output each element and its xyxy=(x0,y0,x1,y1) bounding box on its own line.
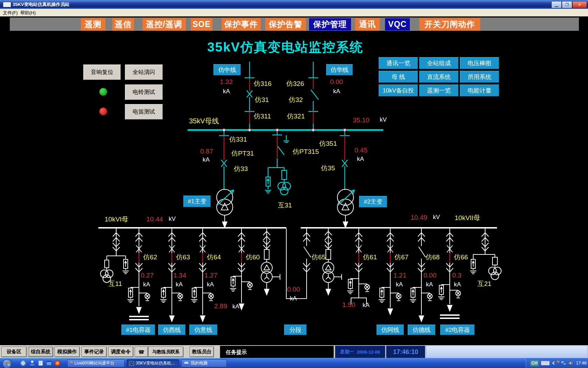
system-tray: CH ❞ 17:46 xyxy=(526,358,588,368)
task-hint-label: 任务提示 xyxy=(226,349,247,355)
t1-unit: kA xyxy=(203,157,210,163)
bus-tie-button[interactable]: 分段 xyxy=(284,325,307,335)
line-xi-button[interactable]: 仿西线 xyxy=(158,325,186,335)
feeder-61-unit: kA xyxy=(363,302,370,308)
phone-icon[interactable]: ☎ xyxy=(135,347,148,357)
quicklaunch-document-icon[interactable] xyxy=(37,360,44,367)
feeder-68-unit: kA xyxy=(426,281,433,287)
quicklaunch-browser-icon[interactable] xyxy=(20,360,27,367)
line-hua-button[interactable]: 仿华线 xyxy=(326,64,353,75)
switch-351-label[interactable]: 仿351 xyxy=(319,140,337,147)
transformer1-button[interactable]: #1主变 xyxy=(183,196,211,207)
feeder-66-label[interactable]: 仿66 xyxy=(454,254,468,260)
date-panel: 星期一 2008-12-08 xyxy=(335,346,385,358)
transformer2-button[interactable]: #2主变 xyxy=(359,196,387,207)
feeder-63-unit: kA xyxy=(176,281,183,287)
pt-hu31-label: 互31 xyxy=(278,202,292,209)
bus10b-voltage: 10.49 xyxy=(411,214,427,221)
switch-321-label[interactable]: 仿321 xyxy=(287,113,305,120)
bus10b-unit: kV xyxy=(433,214,440,220)
pt315-switch-label[interactable]: 仿PT315 xyxy=(293,148,319,155)
switch-331-label[interactable]: 仿331 xyxy=(229,136,247,143)
feeder-62-unit: kA xyxy=(143,281,150,287)
feeder-61-label[interactable]: 仿61 xyxy=(363,254,377,260)
cap1-button[interactable]: #1电容器 xyxy=(121,325,155,335)
contact-trainer-button[interactable]: 与教练员联系 xyxy=(148,347,183,357)
quicklaunch-messenger-icon[interactable] xyxy=(29,360,36,367)
live800-tray-icon[interactable]: ❞ xyxy=(556,360,560,366)
feeder-68-current: 0.00 xyxy=(424,272,436,279)
feeder-64-current: 1.27 xyxy=(204,272,217,279)
t2-current: 0.45 xyxy=(355,147,368,154)
breaker-316-label[interactable]: 仿316 xyxy=(254,80,272,87)
quicklaunch-browser-red-icon[interactable] xyxy=(54,360,61,367)
breaker-33-label[interactable]: 仿33 xyxy=(234,165,248,172)
device-area-button[interactable]: 设备区 xyxy=(1,347,27,357)
task-hint-panel: 任务提示 xyxy=(220,346,334,358)
line-zhong-current: 1.32 xyxy=(220,79,233,85)
quicklaunch-appwindow-icon[interactable] xyxy=(46,360,52,367)
clock-label: 17:46:10 xyxy=(393,348,418,356)
feeder-64-unit: kA xyxy=(207,281,214,287)
line-zhong-button[interactable]: 仿中线 xyxy=(214,64,241,75)
feeder-68-label[interactable]: 仿68 xyxy=(426,254,440,260)
t1-current: 0.87 xyxy=(200,148,213,155)
weekday-label: 星期一 xyxy=(340,349,354,355)
task-my-computer[interactable]: 我的电脑 xyxy=(181,359,227,367)
feeder-65-label[interactable]: 仿65 xyxy=(312,254,326,260)
volume-icon[interactable] xyxy=(568,360,574,366)
sim-app-icon xyxy=(129,361,134,366)
event-record-button[interactable]: 事件记录 xyxy=(82,347,107,357)
feeder-63-current: 1.34 xyxy=(173,272,186,279)
task-substation-sim[interactable]: 35KV变电站仿真机... xyxy=(127,359,179,367)
start-button[interactable] xyxy=(2,359,12,368)
pt31-switch-label[interactable]: 仿PT31 xyxy=(231,150,254,157)
date-label: 2008-12-08 xyxy=(357,349,380,355)
bus35-unit: kV xyxy=(380,117,387,123)
feeder-65-current: 0.00 xyxy=(287,286,300,293)
cap2-button[interactable]: #2电容器 xyxy=(440,325,475,335)
bus10a-label: 10kVI母 xyxy=(105,216,128,223)
feeder-63-label[interactable]: 仿63 xyxy=(176,254,190,260)
simulation-op-button[interactable]: 模拟操作 xyxy=(55,347,80,357)
keyboard-icon[interactable] xyxy=(541,360,550,366)
feeder-65-unit: kA xyxy=(290,295,297,301)
feeder-62-label[interactable]: 仿62 xyxy=(143,254,157,260)
language-indicator[interactable]: CH xyxy=(530,360,539,366)
integrated-system-button[interactable]: 综自系统 xyxy=(28,347,53,357)
feeder-60-label[interactable]: 仿60 xyxy=(246,254,260,260)
feeder-67-label[interactable]: 仿67 xyxy=(394,254,408,260)
trainer-station-button[interactable]: 教练员台 xyxy=(190,347,214,357)
line-zhong-unit: kA xyxy=(223,88,230,94)
pt-hu11-label: 互11 xyxy=(108,280,122,287)
screen: 35KV变电站仿真机操作员站 ▁ ❐ ✕ 文件(F) 帮助(H) 遥测 遥信 遥… xyxy=(0,0,588,368)
my-computer-icon xyxy=(184,361,189,366)
feeder-67-current: 1.21 xyxy=(393,272,406,279)
bus10a-unit: kV xyxy=(169,216,176,222)
single-line-diagram xyxy=(0,0,588,368)
line-a-button[interactable]: 仿阿线 xyxy=(377,325,404,335)
task-live800[interactable]: ❞ Live800网站沟通平台 xyxy=(67,359,125,367)
switch-31-label[interactable]: 仿31 xyxy=(255,96,269,103)
collapse-chevron-icon[interactable] xyxy=(552,361,555,366)
feeder-66-unit: kA xyxy=(454,281,461,287)
feeder-60-current: 2.89 xyxy=(214,303,227,309)
feeder-64-label[interactable]: 仿64 xyxy=(207,254,221,260)
switch-32-label[interactable]: 仿32 xyxy=(289,96,303,103)
line-yi-button[interactable]: 仿意线 xyxy=(189,325,217,335)
t2-unit: kA xyxy=(357,156,364,162)
breaker-326-label[interactable]: 仿326 xyxy=(286,80,304,87)
feeder-67-unit: kA xyxy=(396,281,403,287)
network-icon[interactable] xyxy=(561,360,567,366)
feeder-62-current: 0.27 xyxy=(141,272,154,279)
bus10b-label: 10kVII母 xyxy=(455,214,480,221)
line-hua-unit: kA xyxy=(333,88,340,94)
line-de-button[interactable]: 仿德线 xyxy=(408,325,435,335)
bus10a-voltage: 10.44 xyxy=(146,216,163,223)
switch-311-label[interactable]: 仿311 xyxy=(254,113,271,120)
dispatch-order-button[interactable]: 调度命令 xyxy=(108,347,133,357)
live800-icon: ❞ xyxy=(70,360,73,367)
tray-clock: 17:46 xyxy=(576,361,587,366)
breaker-35-label[interactable]: 仿35 xyxy=(321,165,335,171)
bus35-voltage: 35.10 xyxy=(353,117,370,123)
